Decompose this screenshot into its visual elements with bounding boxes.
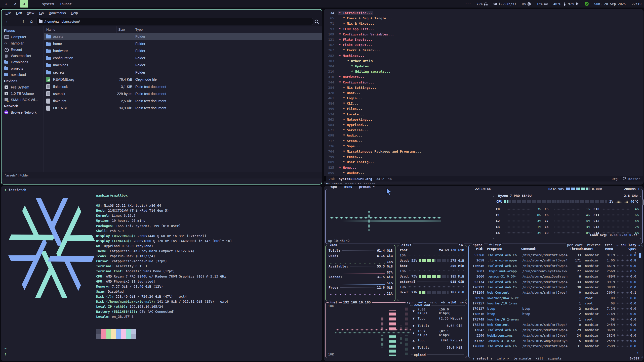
org-heading-line[interactable]: 736 * Sops... — [324, 144, 643, 149]
process-row[interactable]: 176223 Isolated Web Co /nix/store/sm8fmr… — [471, 285, 636, 290]
screen-edge-scrollbar[interactable] — [642, 199, 644, 205]
sidebar-item[interactable]: File System — [2, 84, 44, 90]
file-row[interactable]: configuration Folder — [44, 55, 322, 62]
menu-item[interactable]: File — [4, 10, 13, 16]
net-box-title[interactable]: 3net — [329, 300, 339, 304]
proc-box-title[interactable]: 4proc — [472, 243, 484, 247]
menu-item[interactable]: Bookmarks — [47, 10, 68, 16]
org-heading-line[interactable]: 484 * CLI... — [324, 101, 643, 106]
volume-module[interactable]: 72% — [476, 2, 488, 6]
column-type[interactable]: Type — [133, 26, 322, 33]
menu-item[interactable]: Edit — [14, 10, 24, 16]
process-row[interactable]: 178248 Web Content /nix/store/sm8fmrf3wp… — [471, 322, 636, 327]
org-heading-line[interactable]: 310 * Editing secrets... — [324, 69, 643, 74]
org-heading-line[interactable]: 563 * Networking... — [324, 117, 643, 122]
org-heading-line[interactable]: 671 * Services... — [324, 127, 643, 133]
column-size[interactable]: Size — [117, 26, 133, 33]
org-heading-line[interactable]: 121 * Flake Inputs... — [324, 37, 643, 42]
org-buffer[interactable]: 34 * Introduction... 65 * Emacs + Org + … — [324, 10, 643, 175]
net-option[interactable]: eth0 — [448, 300, 456, 304]
org-heading-line[interactable]: 304 * Updates... — [324, 64, 643, 69]
file-row[interactable]: assets Folder — [44, 33, 322, 40]
search-icon[interactable] — [315, 20, 318, 23]
sidebar-item[interactable]: Browse Network — [2, 109, 44, 115]
sidebar-item[interactable]: 1,0 TB Volume — [2, 90, 44, 97]
sidebar-item[interactable]: nextcloud — [2, 71, 44, 78]
process-row[interactable]: 178294 Web Content /nix/store/sm8fmrf3wp… — [471, 290, 636, 295]
network-module[interactable]: (2.9kb/s) — [493, 2, 516, 6]
org-heading-line[interactable]: 34 * Introduction... — [324, 10, 643, 16]
sidebar-item[interactable]: Network — [2, 103, 44, 109]
process-row[interactable]: 2658 .firefox-wrappe /nix/store/sm8fmrf3… — [471, 258, 636, 263]
org-heading-line[interactable]: 499 * Files... — [324, 106, 643, 111]
terminal-window[interactable]: ❯ fastfetch nambiar@smallbox -----------… — [1, 186, 322, 361]
process-row[interactable]: 175749 kworker/6:2-even 1 root 0B 0.0 — [471, 317, 636, 322]
filter-button[interactable]: filter — [488, 243, 502, 247]
file-row[interactable]: flake.nix 2,5 KiB Plain text document — [44, 98, 322, 105]
org-heading-line[interactable]: 809 * User Config... — [324, 159, 643, 165]
disks-box-title[interactable]: disks — [400, 243, 413, 247]
shell-prompt[interactable]: ❯ — [5, 352, 11, 356]
org-heading-line[interactable]: 93 * TLDR App List... — [324, 26, 643, 32]
sidebar-item[interactable]: Places — [2, 27, 44, 34]
preset-button[interactable]: preset * — [358, 186, 376, 189]
workspace-button[interactable]: 1 — [2, 0, 10, 8]
process-row[interactable]: 38936 kworker/u64:6-kc 1 root 0B 0.0 — [471, 295, 636, 300]
back-button[interactable]: ← — [4, 18, 11, 25]
org-heading-line[interactable]: 717 * Steam... — [324, 138, 643, 144]
path-bar[interactable]: /home/nambiar/system/ — [36, 18, 313, 25]
up-button[interactable]: ↑ — [20, 18, 27, 25]
menu-item[interactable]: Help — [69, 10, 80, 16]
major-mode[interactable]: Org — [612, 177, 618, 181]
clock-date[interactable]: Sun, 28 Sep 2025 - 22:19 — [594, 2, 641, 6]
process-row[interactable]: 176000 Isolated Web Co /nix/store/sm8fmr… — [471, 343, 636, 349]
cpu-box-title[interactable]: 1cpu — [328, 186, 338, 189]
proc-option[interactable]: reverse — [587, 243, 601, 247]
org-heading-line[interactable]: 344 * Configuration... — [324, 79, 643, 85]
proc-option[interactable]: per-core — [567, 243, 583, 247]
org-heading-line[interactable]: 764 * Miscellaneous Packages and Program… — [324, 149, 643, 154]
sidebar-item[interactable]: SMALLBOX Wi... — [2, 97, 44, 103]
kill-key[interactable]: kill — [536, 356, 543, 360]
file-row[interactable]: machines Folder — [44, 62, 322, 69]
file-row[interactable]: user.nix 229 bytes Plain text document — [44, 90, 322, 98]
process-row[interactable]: 2660 .emacs-31.0.50- /nix/store/wnqz5pa8… — [471, 274, 636, 279]
process-row[interactable]: 177257 kworker/10:1-mm_ 1 root 0B 0.0 — [471, 301, 636, 306]
workspace-button[interactable]: 2 — [11, 0, 19, 8]
menu-item[interactable]: View — [25, 10, 36, 16]
process-row[interactable]: 179127 btop btop 2 nambiar 7.3M 0.0 — [471, 306, 636, 311]
org-heading-line[interactable]: 428 * Boot... — [324, 90, 643, 96]
file-row[interactable]: secrets Folder — [44, 69, 322, 76]
file-row[interactable]: LICENSE 34,3 KiB Plain text document — [44, 105, 322, 112]
process-row[interactable]: 51762 .emacs-31.0.50- /nix/store/wnqz5pa… — [471, 338, 636, 343]
workspace-button[interactable]: 3 — [20, 0, 28, 8]
process-row[interactable]: 52134 Isolated Web Co /nix/store/sm8fmrf… — [471, 279, 636, 284]
org-heading-line[interactable]: 162 * Flake Output... — [324, 42, 643, 48]
memory-module[interactable]: 13% — [537, 2, 548, 6]
net-option[interactable]: ←b — [441, 300, 445, 304]
sidebar-item[interactable]: Recent — [2, 46, 44, 53]
proc-option[interactable]: tree — [605, 243, 613, 247]
info-key[interactable]: info ↵ — [497, 356, 509, 360]
process-row[interactable]: 176646 Isolated Web Co /nix/store/sm8fmr… — [471, 263, 636, 268]
process-row[interactable]: 178616 btop btop 2 nambiar 7.4M 0.0 — [471, 311, 636, 316]
org-heading-line[interactable]: 461 * Login... — [324, 96, 643, 101]
menu-item[interactable]: Go — [37, 10, 46, 16]
org-heading-line[interactable]: 584 * Hyprland... — [324, 122, 643, 127]
net-option[interactable]: n→ — [460, 300, 464, 304]
org-heading-line[interactable]: 855 * Waubar... — [324, 170, 643, 175]
sidebar-item[interactable]: projects — [2, 65, 44, 71]
sidebar-item[interactable]: Wastebasket — [2, 53, 44, 59]
org-heading-line[interactable]: 698 * Audio... — [324, 133, 643, 138]
org-heading-line[interactable]: 303 * Other Utils — [324, 58, 643, 64]
process-row[interactable]: 13642 Isolated Web Co /nix/store/sm8fmrf… — [471, 327, 636, 333]
org-heading-line[interactable]: 109 * Configuration Variables... — [324, 32, 643, 37]
org-heading-line[interactable]: 282 * Machines... — [324, 53, 643, 58]
column-name[interactable]: Name — [44, 26, 117, 33]
process-row[interactable]: 2601 .Hyprland-wrapp /run/current-system… — [471, 268, 636, 274]
org-heading-line[interactable]: 71 * Nix & Nixos... — [324, 21, 643, 26]
cpu-module[interactable]: 0% — [522, 2, 531, 6]
home-button[interactable]: ⌂ — [28, 18, 35, 25]
org-heading-line[interactable]: 65 * Emacs + Org + Tangle... — [324, 16, 643, 21]
proc-scrollbar[interactable] — [639, 253, 641, 258]
